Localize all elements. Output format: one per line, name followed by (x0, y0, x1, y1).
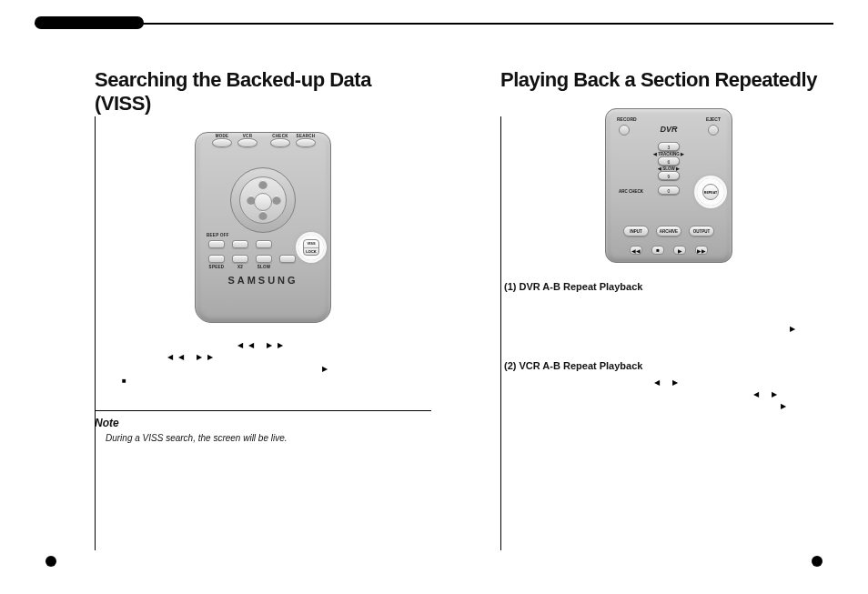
dpad-ok[interactable] (254, 193, 272, 211)
arc-check-label: ARC CHECK (619, 189, 643, 194)
speed-button[interactable] (208, 255, 225, 263)
glyph-r2: ◀ ▶ (500, 378, 837, 387)
viss-label: VISS (304, 240, 318, 247)
beep-off-label: BEEP OFF (207, 233, 229, 237)
glyph-r1: ▶ (500, 325, 837, 333)
num-6[interactable]: 6 (658, 156, 680, 166)
num-3[interactable]: 3 (658, 142, 680, 151)
glyph-line-1: ◀◀ ▶▶ (95, 341, 431, 349)
row2-button-3[interactable] (256, 240, 272, 248)
input-button[interactable]: INPUT (623, 226, 649, 237)
dpad-right[interactable] (272, 196, 281, 205)
stop-icon[interactable]: ■ (651, 246, 664, 255)
glyph-r3: ◀ ▶ (500, 390, 837, 398)
ff-icon[interactable]: ▶▶ (695, 246, 708, 255)
repeat-button[interactable]: REPEAT (702, 184, 719, 200)
page-dot-left (45, 556, 56, 567)
num-9[interactable]: 9 (658, 171, 680, 180)
eject-label: EJECT (706, 116, 721, 122)
page-dot-right (812, 556, 823, 567)
page: Searching the Backed-up Data (VISS) MODE… (0, 0, 868, 594)
remote-control-right: RECORD EJECT DVR 1 2 3 ◀ TRACKING ▶ 4 5 … (605, 108, 732, 263)
record-label: RECORD (617, 116, 637, 122)
glyph-line-3: ▶ (95, 365, 431, 373)
speed-label: SPEED (208, 265, 225, 269)
subheading-1: (1) DVR A-B Repeat Playback (504, 281, 837, 292)
dvr-logo: DVR (660, 125, 677, 134)
row2-button-1[interactable] (208, 240, 225, 248)
search-button[interactable] (296, 138, 316, 147)
archive-button[interactable]: ARCHIVE (656, 226, 681, 237)
note-title: Note (95, 417, 431, 429)
subheading-2: (2) VCR A-B Repeat Playback (504, 360, 837, 371)
left-title: Searching the Backed-up Data (VISS) (95, 68, 431, 116)
vcr-button[interactable] (237, 138, 257, 147)
dpad-down[interactable] (258, 211, 267, 220)
play-icon[interactable]: ▶ (673, 246, 686, 255)
record-button[interactable] (619, 125, 630, 136)
note-block: Note During a VISS search, the screen wi… (95, 410, 431, 443)
eject-button[interactable] (708, 125, 719, 136)
x2-label: X2 (232, 265, 248, 269)
rewind-icon[interactable]: ◀◀ (630, 246, 642, 255)
dpad-up[interactable] (258, 180, 267, 189)
right-column: Playing Back a Section Repeatedly RECORD… (500, 68, 837, 562)
row3-button-4[interactable] (279, 255, 296, 263)
output-button[interactable]: OUTPUT (689, 226, 714, 237)
right-title: Playing Back a Section Repeatedly (500, 68, 837, 92)
header-rule (35, 23, 833, 25)
brand-logo: SAMSUNG (196, 275, 330, 286)
left-column: Searching the Backed-up Data (VISS) MODE… (95, 68, 431, 562)
lock-label: LOCK (304, 247, 318, 256)
row2-button-2[interactable] (232, 240, 248, 248)
slow-button[interactable] (256, 255, 272, 263)
x2-button[interactable] (232, 255, 248, 263)
check-button[interactable] (270, 138, 290, 147)
glyph-line-2: ◀◀ ▶▶ (95, 353, 431, 361)
glyph-line-4: ■ (95, 377, 431, 385)
mode-button[interactable] (212, 138, 232, 147)
glyph-r4: ▶ (500, 402, 837, 410)
viss-lock-button[interactable]: VISS LOCK (303, 239, 319, 256)
slow-label: SLOW (256, 265, 272, 269)
num-0[interactable]: 0 (658, 186, 680, 195)
note-body: During a VISS search, the screen will be… (95, 429, 431, 443)
remote-control-left: MODE VCR CHECK SEARCH BEEP OFF VISS LOCK (195, 132, 331, 323)
